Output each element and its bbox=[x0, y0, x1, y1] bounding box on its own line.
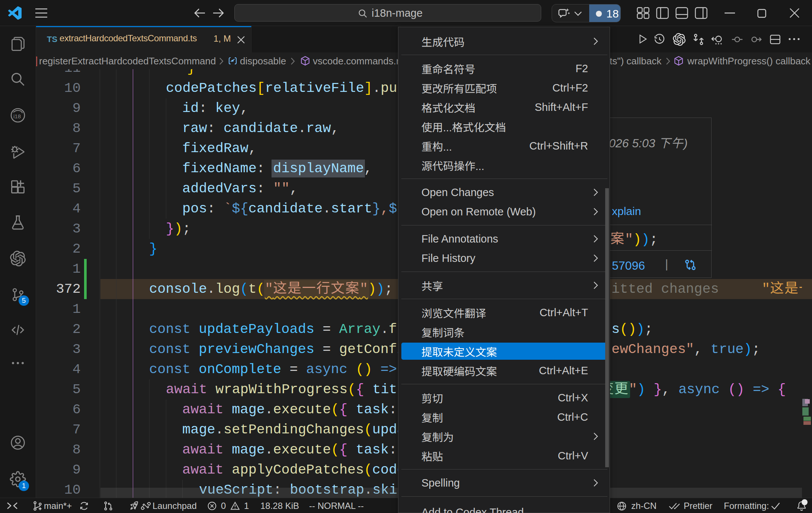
svg-text:i18: i18 bbox=[13, 113, 21, 119]
